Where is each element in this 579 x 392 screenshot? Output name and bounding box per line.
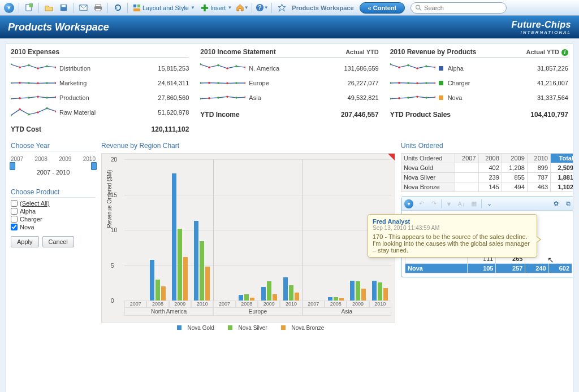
product-checkbox[interactable]: Charger	[11, 216, 96, 223]
svg-rect-7	[95, 8, 100, 11]
layout-style-dropdown[interactable]: Layout and Style ▼	[131, 2, 197, 14]
table-row[interactable]: Nova Silver2398557871,881	[401, 173, 574, 182]
year-slider[interactable]: 2007 2008 2009 2010 2007 - 2010	[11, 154, 96, 178]
svg-point-69	[425, 82, 427, 84]
chart-bar[interactable]	[289, 285, 293, 301]
insert-dropdown[interactable]: Insert ▼	[198, 2, 234, 14]
open-icon[interactable]	[42, 2, 55, 14]
comment-tooltip: Fred Analyst Sep 13, 2010 11:43:59 AM 17…	[368, 214, 537, 258]
kpi-label: N. America	[249, 65, 288, 72]
svg-rect-3	[61, 5, 66, 7]
new-icon[interactable]	[22, 2, 36, 14]
kpi-label: Asia	[249, 94, 288, 101]
chart-bar[interactable]	[150, 260, 154, 301]
chart-bar[interactable]	[328, 297, 332, 300]
kpi-row-item: Alpha31,857,226	[390, 61, 568, 76]
chart-bar[interactable]	[283, 277, 288, 300]
favorite-icon[interactable]	[275, 2, 288, 14]
chart-bar[interactable]	[334, 297, 338, 300]
panel-menu-button[interactable]: ▾	[404, 199, 414, 209]
table-icon[interactable]: ▦	[469, 199, 479, 209]
svg-point-26	[37, 82, 39, 85]
product-checkbox[interactable]: Alpha	[11, 208, 96, 215]
chart-bar[interactable]	[372, 281, 377, 300]
info-icon[interactable]: i	[561, 49, 568, 56]
sales-success-panel: ▾ ↶ ↷ ▼ A↓ ▦ ⌄ ✿ ⧉ Sales Success by Prod…	[401, 197, 573, 277]
help-icon[interactable]: ?▼	[255, 2, 269, 14]
cancel-button[interactable]: Cancel	[42, 236, 74, 247]
svg-point-51	[236, 82, 238, 84]
apply-button[interactable]: Apply	[11, 236, 39, 247]
print-icon[interactable]	[91, 2, 105, 14]
chart-bar[interactable]	[273, 294, 277, 300]
svg-point-70	[434, 82, 435, 84]
chart-bar[interactable]	[205, 267, 210, 300]
table-row[interactable]: Nova Gold4021,2088992,509	[401, 163, 574, 173]
search-box[interactable]	[411, 2, 507, 14]
chart-bar[interactable]	[361, 289, 366, 300]
product-title: Choose Product	[11, 188, 96, 198]
chart-bar[interactable]	[267, 281, 271, 300]
table-row[interactable]: Nova Bronze1454944631,102	[401, 182, 574, 192]
kpi-label: Alpha	[448, 65, 487, 72]
chart-bar[interactable]	[155, 280, 160, 301]
card-title: 2010 Revenue by Products	[390, 48, 477, 56]
app-menu-button[interactable]: ▾	[2, 2, 16, 14]
table-row-selected[interactable]: Nova105257240602	[405, 264, 572, 273]
layout-style-label: Layout and Style	[142, 5, 189, 11]
chart-bar[interactable]	[339, 298, 344, 300]
chart-bar[interactable]	[178, 229, 182, 301]
kpi-label: Raw Material	[59, 109, 99, 116]
svg-point-61	[407, 64, 409, 67]
svg-point-37	[28, 114, 30, 116]
save-icon[interactable]	[57, 2, 70, 14]
search-input[interactable]	[424, 5, 502, 11]
year-title: Choose Year	[11, 142, 96, 151]
product-checkbox[interactable]: Nova	[11, 224, 96, 230]
mail-icon[interactable]	[76, 2, 90, 14]
select-all-checkbox[interactable]: (Select All)	[11, 200, 96, 207]
undo-icon[interactable]: ↶	[416, 199, 426, 209]
home-icon[interactable]: ▼	[235, 2, 249, 14]
total-value: 120,111,102	[152, 125, 189, 133]
chart-bar[interactable]	[161, 286, 166, 300]
chart-bar[interactable]	[295, 293, 299, 300]
expand-icon[interactable]: ⌄	[484, 199, 494, 209]
chart-bar[interactable]	[356, 281, 360, 300]
chart-bar[interactable]	[250, 298, 254, 300]
header-bar: Products Workspace Future-Chips INTERNAT…	[0, 16, 579, 38]
kpi-label: Charger	[448, 80, 487, 86]
chart-bar[interactable]	[261, 287, 266, 300]
chevron-down-icon: ▼	[191, 5, 195, 10]
chart-bar[interactable]	[378, 282, 382, 301]
chart-bar[interactable]	[383, 288, 388, 301]
svg-point-72	[398, 97, 400, 99]
svg-point-71	[390, 98, 391, 100]
content-button[interactable]: « Content	[360, 2, 405, 14]
chart-bar[interactable]	[350, 281, 355, 300]
separator	[19, 3, 19, 13]
redo-icon[interactable]: ↷	[429, 199, 439, 209]
chart-bar[interactable]	[172, 173, 176, 300]
kpi-label: Distribution	[59, 65, 99, 72]
chart-bar[interactable]	[239, 295, 243, 300]
chart-bar[interactable]	[200, 241, 204, 300]
chart-bar[interactable]	[244, 294, 249, 300]
svg-point-42	[209, 66, 211, 68]
svg-point-64	[434, 66, 435, 68]
svg-point-49	[218, 82, 220, 84]
filter-icon[interactable]: ▼	[444, 199, 454, 209]
kpi-value: 31,857,226	[491, 65, 568, 72]
kpi-value: 26,227,077	[292, 80, 378, 86]
kpi-label: Production	[59, 94, 99, 101]
chart-bar[interactable]	[194, 221, 198, 300]
popout-icon[interactable]: ⧉	[563, 199, 573, 209]
gear-icon[interactable]: ✿	[551, 199, 561, 209]
sort-icon[interactable]: A↓	[456, 199, 466, 209]
svg-point-60	[398, 66, 400, 68]
kpi-row-item: N. America131,686,659	[200, 61, 378, 76]
svg-point-30	[19, 97, 21, 99]
chart-bar[interactable]	[183, 257, 188, 301]
refresh-icon[interactable]	[111, 2, 124, 14]
kpi-row-item: Raw Material51,620,978	[11, 105, 189, 120]
